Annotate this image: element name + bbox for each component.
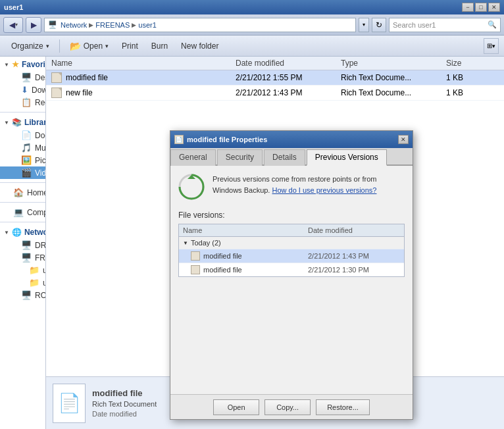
- col-header-size: Size: [446, 59, 499, 68]
- address-path[interactable]: 🖥️ Network ▶ FREENAS ▶ user1: [44, 18, 356, 32]
- versions-row-icon-0: [191, 251, 200, 261]
- music-icon: 🎵: [21, 143, 32, 153]
- sidebar-item-documents[interactable]: 📄 Documents: [0, 129, 45, 141]
- title-bar-controls: − □ ✕: [462, 3, 500, 12]
- versions-group-today: ▼ Today (2): [179, 237, 404, 249]
- views-arrow-icon: ▾: [492, 43, 495, 49]
- sidebar-item-freenas[interactable]: 🖥️ FREENAS: [0, 251, 45, 264]
- sidebar-item-recent-places[interactable]: 📋 Recent Places: [0, 96, 45, 109]
- homegroup-icon: 🏠: [13, 188, 24, 197]
- dialog-close-button[interactable]: ✕: [398, 135, 409, 144]
- music-label: Music: [35, 143, 46, 153]
- documents-icon: 📄: [21, 130, 32, 140]
- path-freenas[interactable]: FREENAS: [95, 21, 130, 29]
- sidebar-item-pictures[interactable]: 🖼️ Pictures: [0, 154, 45, 166]
- refresh-icon: ↻: [376, 20, 382, 30]
- file-icon-modified: [51, 72, 62, 83]
- file-row-new[interactable]: new file 2/21/2012 1:43 PM Rich Text Doc…: [46, 86, 504, 101]
- burn-label: Burn: [151, 41, 168, 51]
- sidebar-item-desktop[interactable]: 🖥️ Desktop: [0, 71, 45, 84]
- libraries-arrow: ▼: [4, 120, 9, 126]
- title-bar: user1 − □ ✕: [0, 0, 504, 14]
- open-button[interactable]: 📂 Open ▾: [64, 38, 114, 54]
- new-folder-button[interactable]: New folder: [175, 38, 224, 54]
- address-dropdown-button[interactable]: ▾: [359, 18, 369, 32]
- sidebar-divider-2: [0, 182, 45, 183]
- user1-icon: 📁: [29, 265, 39, 275]
- search-box[interactable]: Search user1 🔍: [389, 18, 501, 32]
- sidebar-item-dru-pc[interactable]: 🖥️ DRU-PC: [0, 239, 45, 251]
- downloads-label: Downloads: [32, 86, 46, 95]
- col-header-name: Name: [51, 59, 236, 68]
- path-network[interactable]: Network: [61, 21, 87, 29]
- forward-button[interactable]: ▶: [26, 17, 41, 33]
- versions-row-icon-1: [191, 265, 200, 274]
- tab-general[interactable]: General: [170, 149, 216, 166]
- downloads-icon: ⬇: [21, 85, 28, 95]
- dialog-info-box: Previous versions come from restore poin…: [178, 174, 405, 200]
- sidebar-item-computer[interactable]: 💻 Computer: [0, 206, 45, 218]
- favorites-header[interactable]: ▼ ★ Favorites: [0, 58, 45, 71]
- dru-pc-label: DRU-PC: [35, 241, 46, 250]
- address-bar: ◀ ▾ ▶ 🖥️ Network ▶ FREENAS ▶ user1 ▾ ↻ S…: [0, 14, 504, 36]
- network-header[interactable]: ▼ 🌐 Network: [0, 226, 45, 239]
- views-button[interactable]: ⊞ ▾: [484, 38, 499, 54]
- libraries-header[interactable]: ▼ 📚 Libraries: [0, 116, 45, 129]
- dialog-title-bar: 📄 modified file Properties ✕: [170, 131, 413, 148]
- file-type-modified: Rich Text Docume...: [341, 73, 446, 82]
- versions-row-date-1: 2/21/2012 1:30 PM: [308, 266, 400, 274]
- minimize-button[interactable]: −: [462, 3, 474, 12]
- versions-group-arrow: ▼: [183, 240, 188, 246]
- toolbar: Organize ▾ 📂 Open ▾ Print Burn New folde…: [0, 36, 504, 57]
- recent-places-label: Recent Places: [35, 98, 46, 107]
- versions-header: Name Date modified: [179, 224, 404, 237]
- libraries-icon: 📚: [12, 118, 22, 127]
- properties-dialog: 📄 modified file Properties ✕ General Sec…: [170, 130, 413, 420]
- maximize-button[interactable]: □: [475, 3, 487, 12]
- organize-button[interactable]: Organize ▾: [5, 38, 55, 54]
- sidebar-item-user1[interactable]: 📁 user1: [0, 264, 45, 276]
- sidebar-item-music[interactable]: 🎵 Music: [0, 141, 45, 154]
- back-button[interactable]: ◀ ▾: [3, 17, 23, 33]
- refresh-button[interactable]: ↻: [372, 18, 386, 32]
- sidebar-item-user2[interactable]: 📁 user2: [0, 276, 45, 289]
- copy-button-dialog[interactable]: Copy...: [265, 399, 311, 415]
- pictures-label: Pictures: [35, 156, 46, 165]
- sidebar-item-downloads[interactable]: ⬇ Downloads: [0, 84, 45, 96]
- sidebar-item-videos[interactable]: 🎬 Videos: [0, 166, 45, 179]
- tab-previous-versions[interactable]: Previous Versions: [307, 149, 387, 166]
- close-button[interactable]: ✕: [488, 3, 500, 12]
- burn-button[interactable]: Burn: [145, 38, 174, 54]
- file-type-new: Rich Text Docume...: [341, 88, 446, 97]
- versions-row-0[interactable]: modified file 2/21/2012 1:43 PM: [179, 249, 404, 263]
- desktop-icon: 🖥️: [21, 72, 32, 82]
- versions-col-date: Date modified: [308, 226, 400, 234]
- file-name-modified: modified file: [51, 72, 236, 83]
- versions-row-1[interactable]: modified file 2/21/2012 1:30 PM: [179, 263, 404, 276]
- print-button[interactable]: Print: [116, 38, 144, 54]
- dialog-tabs: General Security Details Previous Versio…: [170, 148, 413, 166]
- file-icon-new: [51, 88, 62, 98]
- title-bar-text: user1: [4, 3, 23, 11]
- restore-button-dialog[interactable]: Restore...: [316, 399, 370, 415]
- libraries-section: ▼ 📚 Libraries 📄 Documents 🎵 Music 🖼️ Pic…: [0, 114, 45, 180]
- file-row-modified[interactable]: modified file 2/21/2012 1:55 PM Rich Tex…: [46, 70, 504, 86]
- search-icon: 🔍: [488, 20, 497, 29]
- sidebar-item-homegroup[interactable]: 🏠 Homegroup: [0, 186, 45, 199]
- file-versions-label: File versions:: [178, 211, 405, 220]
- tab-security[interactable]: Security: [217, 149, 263, 166]
- previous-versions-link[interactable]: How do I use previous versions?: [272, 186, 377, 194]
- favorites-section: ▼ ★ Favorites 🖥️ Desktop ⬇ Downloads 📋 R…: [0, 57, 45, 110]
- versions-group-label: Today (2): [191, 239, 221, 247]
- open-button-dialog[interactable]: Open: [213, 399, 259, 415]
- col-header-type: Type: [341, 59, 446, 68]
- tab-details[interactable]: Details: [264, 149, 305, 166]
- versions-col-name: Name: [183, 226, 308, 234]
- versions-body: ▼ Today (2) modified file 2/21/2012 1:43…: [179, 237, 404, 276]
- sidebar-item-router[interactable]: 🖥️ ROUTER: [0, 289, 45, 301]
- preview-date-label: Date modified: [92, 410, 157, 418]
- open-folder-icon: 📂: [70, 41, 81, 51]
- sidebar-divider-4: [0, 222, 45, 222]
- path-user1[interactable]: user1: [138, 21, 157, 29]
- sidebar: ▼ ★ Favorites 🖥️ Desktop ⬇ Downloads 📋 R…: [0, 57, 46, 429]
